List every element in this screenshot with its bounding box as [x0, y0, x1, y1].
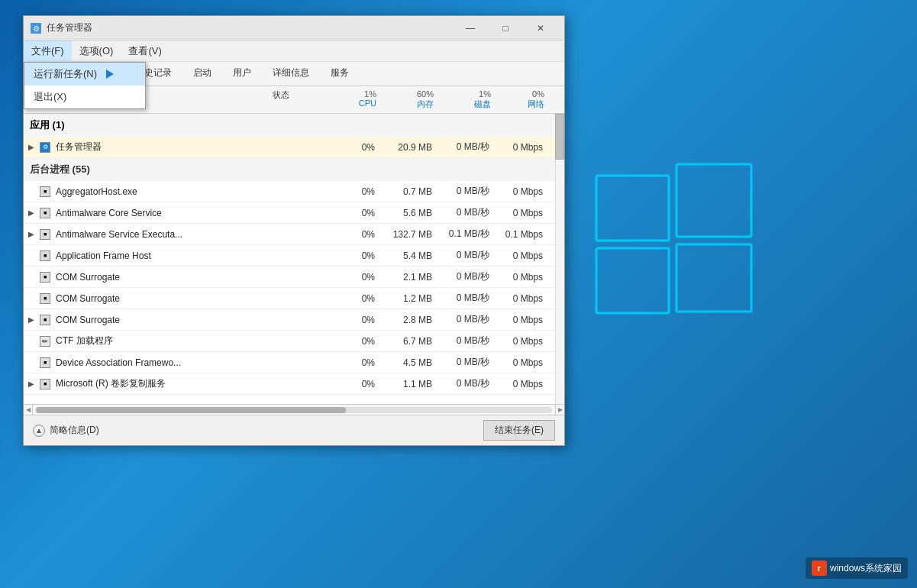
svg-text:⚙: ⚙: [33, 24, 40, 33]
process-net: 0 Mbps: [496, 315, 549, 325]
cpu-stat: 1%: [364, 89, 376, 99]
svg-rect-4: [596, 176, 669, 241]
svg-rect-6: [596, 248, 669, 313]
process-net: 0 Mbps: [496, 357, 549, 368]
expand-icon[interactable]: ▶: [24, 143, 39, 151]
process-net: 0 Mbps: [496, 142, 549, 153]
process-name: CTF 加载程序: [56, 334, 266, 347]
close-button[interactable]: ✕: [523, 16, 558, 40]
scrollbar-thumb[interactable]: [555, 114, 564, 160]
menu-options[interactable]: 选项(O): [72, 40, 121, 61]
expand-icon[interactable]: ▶: [24, 315, 39, 324]
process-disk: 0.1 MB/秒: [438, 228, 496, 241]
svg-rect-1: [676, 164, 751, 237]
minimize-button[interactable]: —: [453, 16, 488, 40]
footer: ▲ 简略信息(D) 结束任务(E): [24, 415, 564, 445]
table-row[interactable]: ▶ ■ Antimalware Service Executa... 0% 13…: [24, 224, 564, 245]
process-net: 0 Mbps: [496, 186, 549, 197]
col-net-header[interactable]: 网络: [528, 99, 544, 110]
table-row[interactable]: ■ COM Surrogate 0% 2.1 MB 0 MB/秒 0 Mbps: [24, 267, 564, 288]
col-cpu-header[interactable]: CPU: [359, 99, 376, 108]
svg-rect-3: [676, 244, 751, 312]
process-name: COM Surrogate: [56, 272, 266, 283]
disk-stat: 1%: [479, 89, 491, 99]
footer-summary: ▲ 简略信息(D): [33, 424, 99, 437]
expand-icon[interactable]: ▶: [24, 208, 39, 217]
process-disk: 0 MB/秒: [438, 377, 496, 390]
process-disk: 0 MB/秒: [438, 313, 496, 326]
table-row[interactable]: ▶ ■ Antimalware Core Service 0% 5.6 MB 0…: [24, 202, 564, 224]
section-background: 后台进程 (55): [24, 158, 564, 181]
table-row[interactable]: ✏ CTF 加载程序 0% 6.7 MB 0 MB/秒 0 Mbps: [24, 331, 564, 352]
menu-view[interactable]: 查看(V): [121, 40, 169, 61]
title-bar-app-icon: ⚙: [30, 22, 42, 34]
watermark-icon: r: [812, 561, 827, 576]
process-cpu: 0%: [328, 272, 381, 283]
col-mem-header[interactable]: 内存: [417, 99, 434, 110]
menu-run-new-task[interactable]: 运行新任务(N): [24, 63, 145, 86]
summary-label[interactable]: 简略信息(D): [50, 424, 99, 437]
process-disk: 0 MB/秒: [438, 292, 496, 305]
table-row[interactable]: ■ Device Association Framewo... 0% 4.5 M…: [24, 352, 564, 373]
svg-rect-7: [676, 244, 751, 312]
process-name: COM Surrogate: [56, 293, 266, 304]
vertical-scrollbar[interactable]: [555, 114, 564, 404]
process-cpu: 0%: [328, 208, 381, 218]
end-task-button[interactable]: 结束任务(E): [483, 420, 555, 441]
process-name: AggregatorHost.exe: [56, 186, 266, 197]
col-disk-header[interactable]: 磁盘: [474, 99, 491, 110]
process-cpu: 0%: [328, 142, 381, 153]
svg-rect-5: [676, 164, 751, 237]
process-disk: 0 MB/秒: [438, 270, 496, 283]
menu-exit[interactable]: 退出(X): [24, 86, 145, 108]
windows-logo: [589, 153, 757, 321]
process-net: 0 Mbps: [496, 379, 549, 389]
watermark-text: windows系统家园: [830, 562, 902, 575]
tab-details[interactable]: 详细信息: [262, 62, 320, 86]
watermark: r windows系统家园: [806, 557, 908, 579]
col-status-header[interactable]: 状态: [273, 89, 321, 101]
process-name: Application Frame Host: [56, 250, 266, 261]
menu-file[interactable]: 文件(F): [24, 40, 72, 61]
expand-icon[interactable]: ▶: [24, 230, 39, 238]
tab-services[interactable]: 服务: [320, 62, 360, 86]
tab-startup[interactable]: 启动: [182, 62, 222, 86]
process-list: 应用 (1) ▶ ⚙ 任务管理器 0% 20.9 MB 0 MB/秒 0 Mbp…: [24, 114, 564, 404]
process-mem: 5.4 MB: [381, 250, 438, 261]
process-icon: ■: [39, 186, 51, 198]
expand-icon[interactable]: ▶: [24, 380, 39, 388]
table-row[interactable]: ■ Application Frame Host 0% 5.4 MB 0 MB/…: [24, 245, 564, 267]
hscroll-thumb[interactable]: [36, 407, 346, 413]
process-mem: 5.6 MB: [381, 208, 438, 218]
process-mem: 2.1 MB: [381, 272, 438, 283]
process-icon: ■: [39, 357, 51, 369]
process-disk: 0 MB/秒: [438, 334, 496, 347]
tab-users[interactable]: 用户: [222, 62, 262, 86]
process-name: COM Surrogate: [56, 315, 266, 325]
process-disk: 0 MB/秒: [438, 206, 496, 219]
table-row[interactable]: ▶ ■ Microsoft (R) 卷影复制服务 0% 1.1 MB 0 MB/…: [24, 373, 564, 395]
horizontal-scrollbar[interactable]: ◀ ▶: [24, 404, 564, 415]
table-row[interactable]: ▶ ⚙ 任务管理器 0% 20.9 MB 0 MB/秒 0 Mbps: [24, 137, 564, 158]
table-row[interactable]: ■ COM Surrogate 0% 1.2 MB 0 MB/秒 0 Mbps: [24, 288, 564, 309]
maximize-button[interactable]: □: [488, 16, 523, 40]
summary-toggle-icon[interactable]: ▲: [33, 425, 45, 437]
process-disk: 0 MB/秒: [438, 141, 496, 153]
table-row[interactable]: ■ AggregatorHost.exe 0% 0.7 MB 0 MB/秒 0 …: [24, 181, 564, 202]
section-apps: 应用 (1): [24, 114, 564, 137]
process-mem: 0.7 MB: [381, 186, 438, 197]
process-mem: 1.1 MB: [381, 379, 438, 389]
svg-rect-0: [596, 176, 669, 241]
menu-bar: 文件(F) 选项(O) 查看(V) 运行新任务(N) 退出(X): [24, 40, 564, 62]
hscroll-track: [36, 407, 552, 413]
process-net: 0.1 Mbps: [496, 229, 549, 240]
process-name: 任务管理器: [56, 141, 266, 153]
process-icon: ■: [39, 378, 51, 390]
table-row[interactable]: ▶ ■ COM Surrogate 0% 2.8 MB 0 MB/秒 0 Mbp…: [24, 309, 564, 331]
process-icon: ■: [39, 314, 51, 326]
process-name: Antimalware Service Executa...: [56, 229, 266, 240]
process-icon: ■: [39, 207, 51, 219]
process-icon: ■: [39, 228, 51, 241]
process-disk: 0 MB/秒: [438, 356, 496, 369]
process-mem: 6.7 MB: [381, 336, 438, 347]
